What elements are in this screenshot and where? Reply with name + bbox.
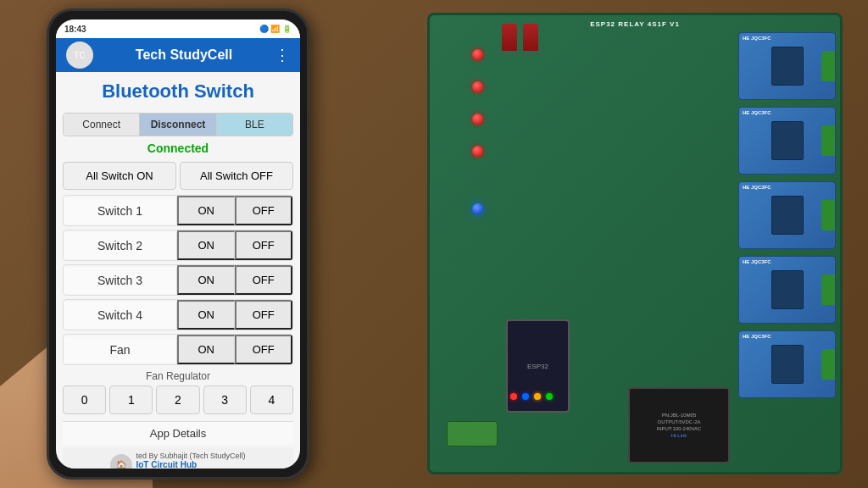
status-time: 18:43 (64, 25, 86, 34)
relay-1: HE JQC3FC (738, 32, 836, 100)
fan-switch-row: Fan ON OFF (63, 334, 293, 365)
footer-text: ted By Subhajit (Tech StudyCell) IoT Cir… (136, 452, 245, 469)
all-switch-on-button[interactable]: All Switch ON (63, 162, 176, 190)
status-leds (510, 393, 553, 400)
reg-btn-3[interactable]: 3 (203, 385, 247, 414)
terminal-block-left (447, 421, 498, 446)
relay-5: HE JQC3FC (738, 330, 836, 398)
footer-logo: 🏠 (110, 454, 132, 469)
switch-3-row: Switch 3 ON OFF (63, 264, 293, 296)
app-details-button[interactable]: App Details (63, 421, 293, 445)
app-footer: 🏠 ted By Subhajit (Tech StudyCell) IoT C… (63, 448, 293, 469)
reg-btn-1[interactable]: 1 (109, 385, 153, 414)
switch-4-label: Switch 4 (64, 302, 177, 329)
switch-2-off[interactable]: OFF (235, 230, 293, 260)
reg-btn-4[interactable]: 4 (250, 385, 293, 414)
main-scene: ESP32 RELAY 4S1F V1 HE JQC3FC H (0, 0, 868, 488)
led-red-3 (472, 114, 483, 125)
app-title: Tech StudyCell (136, 47, 232, 63)
capacitor-1 (502, 24, 517, 51)
relay-2: HE JQC3FC (738, 107, 836, 175)
capacitor-2 (523, 24, 538, 51)
disconnect-button[interactable]: Disconnect (139, 114, 215, 136)
switch-1-row: Switch 1 ON OFF (63, 195, 293, 226)
ble-button[interactable]: BLE (216, 114, 292, 136)
phone: 18:43 🔵 📶 🔋 TC Tech StudyCell ⋮ Bluetoot… (47, 8, 309, 480)
led-red-4 (472, 146, 483, 157)
status-bar: 18:43 🔵 📶 🔋 (56, 19, 300, 38)
reg-btn-0[interactable]: 0 (63, 385, 106, 414)
led-column (472, 49, 483, 214)
bluetooth-title: Bluetooth Switch (63, 77, 293, 106)
fan-label: Fan (64, 336, 177, 363)
switch-2-on[interactable]: ON (177, 230, 235, 260)
large-relay: PN:JBL-10M05 OUTPUT:5VDC-2A INPUT:100-24… (628, 387, 730, 463)
pcb-label: ESP32 RELAY 4S1F V1 (430, 20, 840, 28)
relay-3: HE JQC3FC (738, 181, 836, 249)
connection-buttons: Connect Disconnect BLE (63, 113, 293, 136)
app-logo: TC (66, 42, 93, 69)
switch-3-on[interactable]: ON (177, 265, 235, 295)
phone-ui: 18:43 🔵 📶 🔋 TC Tech StudyCell ⋮ Bluetoot… (56, 19, 300, 469)
switch-3-off[interactable]: OFF (235, 265, 293, 295)
footer-content: 🏠 ted By Subhajit (Tech StudyCell) IoT C… (110, 452, 245, 469)
switch-1-label: Switch 1 (64, 197, 177, 225)
switch-4-row: Switch 4 ON OFF (63, 299, 293, 330)
switch-4-off[interactable]: OFF (235, 300, 293, 330)
power-led-yellow (534, 393, 541, 400)
all-switch-row: All Switch ON All Switch OFF (63, 162, 293, 190)
power-led-green (546, 393, 553, 400)
footer-brand: IoT Circuit Hub (136, 460, 245, 469)
switch-1-on[interactable]: ON (177, 196, 235, 225)
menu-button[interactable]: ⋮ (275, 46, 290, 64)
power-led-red (510, 393, 517, 400)
led-red-2 (472, 81, 483, 92)
phone-screen: 18:43 🔵 📶 🔋 TC Tech StudyCell ⋮ Bluetoot… (56, 19, 300, 469)
app-body: Bluetooth Switch Connect Disconnect BLE … (56, 72, 300, 469)
fan-regulator-label: Fan Regulator (63, 370, 293, 382)
esp32-module: ESP32 (506, 319, 570, 413)
led-red-1 (472, 49, 483, 60)
fan-on[interactable]: ON (177, 335, 235, 364)
relay-column: HE JQC3FC HE JQC3FC HE JQC3FC (738, 32, 836, 398)
regulator-buttons: 0 1 2 3 4 (63, 385, 293, 414)
switch-1-off[interactable]: OFF (235, 196, 293, 225)
wifi-led-blue (522, 393, 529, 400)
fan-off[interactable]: OFF (235, 335, 293, 364)
app-header: TC Tech StudyCell ⋮ (56, 38, 300, 72)
pcb-board: ESP32 RELAY 4S1F V1 HE JQC3FC H (427, 13, 843, 474)
relay-4: HE JQC3FC (738, 256, 836, 324)
all-switch-off-button[interactable]: All Switch OFF (180, 162, 293, 190)
reg-btn-2[interactable]: 2 (156, 385, 199, 414)
switch-3-label: Switch 3 (64, 267, 177, 294)
switch-2-label: Switch 2 (64, 232, 177, 259)
switch-2-row: Switch 2 ON OFF (63, 230, 293, 261)
footer-credit: ted By Subhajit (Tech StudyCell) (136, 452, 245, 460)
connect-button[interactable]: Connect (64, 114, 139, 136)
switch-4-on[interactable]: ON (177, 300, 235, 330)
connection-status: Connected (63, 141, 293, 155)
led-blue (472, 203, 483, 214)
status-icons: 🔵 📶 🔋 (259, 25, 292, 33)
